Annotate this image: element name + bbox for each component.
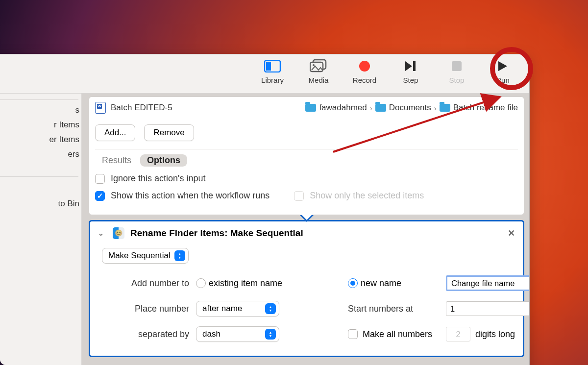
stop-button[interactable]: Stop (442, 57, 471, 93)
library-label: Library (261, 76, 284, 84)
place-number-select[interactable]: after name ▲▼ (196, 301, 279, 316)
digits-field (446, 327, 470, 341)
folder-icon (375, 104, 386, 112)
word-doc-icon (95, 102, 106, 114)
sidebar-item[interactable]: to Bin (0, 196, 81, 211)
place-number-value: after name (202, 304, 242, 314)
make-all-label: Make all numbers (363, 329, 432, 340)
digits-long-label: digits long (475, 329, 515, 340)
ignore-input-checkbox[interactable] (95, 174, 105, 184)
place-number-label: Place number (98, 304, 196, 314)
crumb: Batch rename file (453, 103, 518, 113)
ignore-input-label: Ignore this action's input (111, 173, 206, 184)
results-tab[interactable]: Results (95, 154, 138, 167)
show-selected-label: Show only the selected items (310, 191, 424, 201)
updown-icon: ▲▼ (265, 303, 276, 314)
start-number-field[interactable] (446, 301, 530, 316)
step-icon (404, 57, 417, 75)
disclosure-chevron-icon[interactable]: ⌄ (98, 229, 107, 237)
stop-icon (451, 57, 462, 75)
svg-rect-1 (266, 62, 271, 71)
existing-name-radio[interactable]: existing item name (196, 278, 314, 289)
new-name-radio[interactable]: new name (348, 278, 446, 289)
close-icon[interactable]: ✕ (508, 228, 515, 239)
options-tab[interactable]: Options (140, 154, 187, 167)
folder-icon (440, 104, 450, 112)
svg-rect-6 (413, 61, 416, 71)
separator-value: dash (202, 329, 220, 339)
toolbar: Library Media Record Step Stop (0, 54, 529, 94)
svg-point-4 (313, 64, 315, 66)
run-label: Run (496, 76, 510, 84)
chevron-right-icon: › (370, 104, 372, 112)
crumb: Documents (389, 103, 431, 113)
stop-label: Stop (449, 76, 465, 84)
step-button[interactable]: Step (396, 57, 425, 93)
start-number-label: Start numbers at (348, 304, 446, 314)
remove-button[interactable]: Remove (144, 124, 194, 141)
sidebar-item[interactable]: ers (0, 147, 81, 162)
crumb: fawadahmed (319, 103, 367, 113)
new-name-field[interactable] (446, 275, 530, 291)
run-icon (497, 57, 508, 75)
media-button[interactable]: Media (304, 57, 333, 93)
action-connector (294, 211, 319, 221)
updown-icon: ▲▼ (174, 250, 185, 261)
folder-icon (305, 104, 316, 112)
show-action-checkbox[interactable]: ✓ (95, 191, 105, 201)
file-row[interactable]: Batch EDITED-5 fawadahmed › Documents › … (95, 102, 518, 114)
separated-by-label: separated by (98, 329, 196, 340)
make-all-numbers-row: Make all numbers (348, 329, 446, 340)
sidebar-item[interactable]: r Items (0, 118, 81, 132)
record-button[interactable]: Record (350, 57, 379, 93)
sidebar: s r Items er Items ers to Bin (0, 94, 82, 365)
svg-rect-7 (452, 61, 462, 71)
action-title: Rename Finder Items: Make Sequential (130, 228, 303, 239)
updown-icon: ▲▼ (265, 329, 276, 340)
library-button[interactable]: Library (258, 57, 287, 93)
rename-mode-value: Make Sequential (108, 251, 171, 261)
finder-icon (113, 227, 124, 239)
add-number-label: Add number to (98, 278, 196, 289)
sidebar-item[interactable]: s (0, 103, 81, 118)
show-selected-checkbox (294, 191, 304, 201)
sidebar-item[interactable]: er Items (0, 132, 81, 147)
media-label: Media (309, 76, 329, 84)
get-specified-items-action: Batch EDITED-5 fawadahmed › Documents › … (89, 97, 524, 215)
pad-digits-checkbox[interactable] (348, 329, 358, 339)
action-tabs: Results Options (95, 149, 518, 167)
path-breadcrumb: fawadahmed › Documents › Batch rename fi… (305, 103, 518, 113)
automator-window: Library Media Record Step Stop (0, 54, 530, 365)
record-label: Record (353, 76, 376, 84)
media-icon (310, 57, 327, 75)
svg-point-5 (359, 61, 370, 72)
step-label: Step (403, 76, 418, 84)
rename-finder-items-action: ⌄ Rename Finder Items: Make Sequential ✕… (89, 220, 524, 357)
chevron-right-icon: › (434, 104, 437, 112)
record-icon (358, 57, 371, 75)
library-icon (264, 57, 281, 75)
file-name: Batch EDITED-5 (111, 103, 172, 113)
add-button[interactable]: Add... (95, 124, 135, 141)
rename-mode-select[interactable]: Make Sequential ▲▼ (102, 248, 189, 264)
sidebar-divider (0, 99, 78, 100)
workflow-area: Batch EDITED-5 fawadahmed › Documents › … (82, 94, 529, 365)
separator-select[interactable]: dash ▲▼ (196, 326, 279, 342)
run-button[interactable]: Run (488, 57, 517, 93)
sidebar-divider (0, 176, 78, 177)
show-action-label: Show this action when the workflow runs (111, 191, 270, 201)
options-pane: Ignore this action's input ✓ Show this a… (95, 173, 518, 201)
